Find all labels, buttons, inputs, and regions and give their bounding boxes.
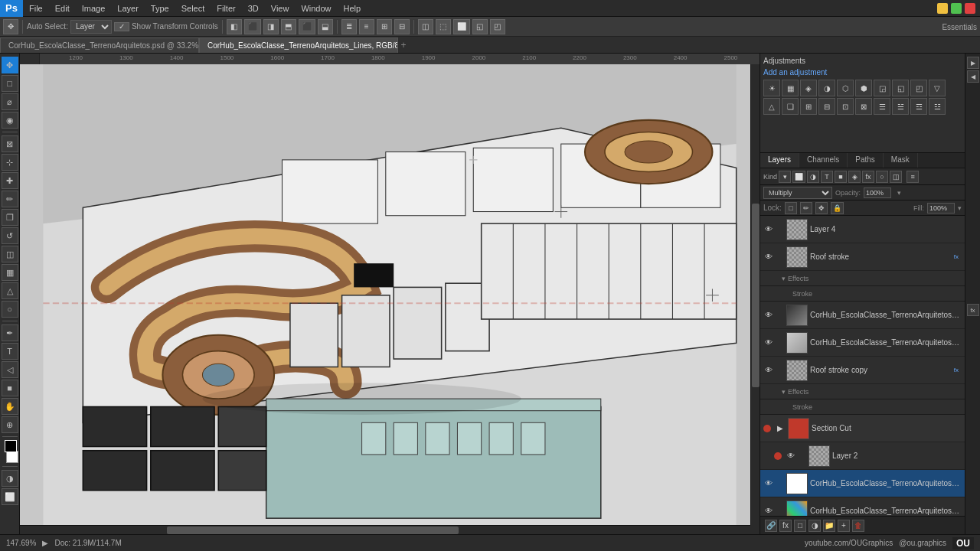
menu-image[interactable]: Image xyxy=(76,2,112,15)
invert-icon[interactable]: △ xyxy=(763,98,780,115)
effects-expand-2[interactable]: ▾ xyxy=(782,388,786,396)
tab-2[interactable]: CorHub_EscolaClasse_TerrenoArquitetos_Li… xyxy=(199,37,398,53)
new-group-btn[interactable]: 📁 xyxy=(823,520,835,532)
marquee-tool[interactable]: □ xyxy=(2,75,18,92)
horizontal-scroll-thumb[interactable] xyxy=(167,527,459,534)
layer-vis-render3d[interactable]: 👁 xyxy=(763,506,774,517)
vertical-scrollbar[interactable] xyxy=(750,64,760,525)
mask-tab[interactable]: Mask xyxy=(884,153,918,168)
filter-kind-dropdown[interactable]: ▾ xyxy=(779,171,791,183)
layer-vis-roof-stroke[interactable]: 👁 xyxy=(763,252,774,262)
path-tool[interactable]: ◁ xyxy=(2,361,18,378)
quick-select-tool[interactable]: ◉ xyxy=(2,112,18,129)
pattern-fill-icon[interactable]: ☱ xyxy=(892,98,909,115)
distribute-v[interactable]: ≡ xyxy=(359,19,374,34)
posterize-icon[interactable]: ❑ xyxy=(782,98,799,115)
black-white-icon[interactable]: ◱ xyxy=(892,80,909,96)
fill-input[interactable] xyxy=(927,203,955,214)
menu-view[interactable]: View xyxy=(265,2,296,15)
curves-icon[interactable]: ◈ xyxy=(800,80,817,96)
eyedropper-tool[interactable]: ⊹ xyxy=(2,154,18,171)
color-lookup-icon[interactable]: ☲ xyxy=(910,98,927,115)
align-bottom[interactable]: ⬓ xyxy=(318,19,333,34)
close-button[interactable] xyxy=(965,3,975,14)
link-layers-btn[interactable]: 🔗 xyxy=(765,520,777,532)
solid-color-icon[interactable]: ⊠ xyxy=(855,98,872,115)
channels-tab[interactable]: Channels xyxy=(799,153,848,168)
layer-options[interactable]: ≡ xyxy=(906,171,919,183)
eraser-tool[interactable]: ◫ xyxy=(2,246,18,262)
exposure-icon[interactable]: ◑ xyxy=(818,80,835,96)
shape-tool[interactable]: ■ xyxy=(2,380,18,396)
lock-image[interactable]: ✏ xyxy=(800,202,812,214)
vertical-scroll-thumb[interactable] xyxy=(752,204,760,388)
threshold-icon[interactable]: ⊞ xyxy=(800,98,817,115)
layer-item-section-cut[interactable]: ▶ Section Cut xyxy=(760,415,965,442)
layer-item-roof-shadow[interactable]: 👁 CorHub_EscolaClasse_TerrenoArquitetos_… xyxy=(760,302,965,329)
menu-select[interactable]: Select xyxy=(175,2,211,15)
layer-vis-section-cut[interactable]: ▶ xyxy=(775,423,786,434)
layer-item-render3d[interactable]: 👁 CorHub_EscolaClasse_TerrenoArquitetos_… xyxy=(760,497,965,516)
lock-all[interactable]: 🔒 xyxy=(831,202,844,214)
3d-mode5[interactable]: ◰ xyxy=(490,19,505,34)
move-tool[interactable]: ✥ xyxy=(3,19,18,34)
align-right[interactable]: ◨ xyxy=(263,19,279,34)
menu-help[interactable]: Help xyxy=(338,2,368,15)
layer-vis-layer2[interactable]: 👁 xyxy=(786,451,796,461)
menu-window[interactable]: Window xyxy=(295,2,337,15)
hue-sat-icon[interactable]: ⬢ xyxy=(855,80,872,96)
add-mask-btn[interactable]: □ xyxy=(794,520,806,532)
layer-vis-roof[interactable]: 👁 xyxy=(763,337,774,348)
layers-tab[interactable]: Layers xyxy=(760,153,799,168)
quick-mask[interactable]: ◑ xyxy=(2,470,18,487)
layer-item-roof-stroke-copy[interactable]: 👁 Roof stroke copy fx xyxy=(760,357,965,384)
history-brush[interactable]: ↺ xyxy=(2,227,18,244)
screen-mode[interactable]: ⬜ xyxy=(2,488,18,505)
smart-filter[interactable]: ◈ xyxy=(848,171,861,183)
blur-tool[interactable]: △ xyxy=(2,282,18,299)
hand-tool[interactable]: ✋ xyxy=(2,398,18,415)
layer-item-layer4[interactable]: 👁 Layer 4 xyxy=(760,216,965,243)
lock-transparent[interactable]: □ xyxy=(785,202,797,214)
distribute-h[interactable]: ≣ xyxy=(341,19,357,34)
adjustment-filter[interactable]: ◑ xyxy=(807,171,819,183)
zoom-tool[interactable]: ⊕ xyxy=(2,416,18,433)
nav-icon[interactable]: ▶ xyxy=(42,539,48,547)
new-layer-btn[interactable]: + xyxy=(838,520,850,532)
tab-1[interactable]: CorHub_EscolaClasse_TerrenoArquitetos.ps… xyxy=(0,37,199,53)
layer-item-roof[interactable]: 👁 CorHub_EscolaClasse_TerrenoArquitetos_… xyxy=(760,329,965,357)
menu-layer[interactable]: Layer xyxy=(111,2,145,15)
dodge-tool[interactable]: ○ xyxy=(2,301,18,318)
maximize-button[interactable] xyxy=(951,3,962,14)
align-top[interactable]: ⬒ xyxy=(281,19,296,34)
collapse-btn[interactable]: ◀ xyxy=(967,70,979,83)
heal-tool[interactable]: ✚ xyxy=(2,172,18,189)
opacity-input[interactable] xyxy=(864,187,891,198)
background-color[interactable] xyxy=(6,451,18,463)
levels-icon[interactable]: ▦ xyxy=(782,80,799,96)
color-balance-icon[interactable]: ◲ xyxy=(874,80,890,96)
paths-tab[interactable]: Paths xyxy=(848,153,884,168)
foreground-color[interactable] xyxy=(5,440,17,452)
canvas-area[interactable] xyxy=(20,64,760,534)
menu-edit[interactable]: Edit xyxy=(49,2,76,15)
auto-select-dropdown[interactable]: Layer Group xyxy=(70,20,112,34)
selective-color-icon[interactable]: ⊟ xyxy=(818,98,835,115)
new-tab-button[interactable]: + xyxy=(398,37,409,53)
add-style[interactable]: fx xyxy=(862,171,874,183)
smart-filter2[interactable]: ◫ xyxy=(890,171,902,183)
gradient-map-icon[interactable]: ⊡ xyxy=(837,98,854,115)
3d-mode3[interactable]: ⬜ xyxy=(453,19,470,34)
align-center-h[interactable]: ⬛ xyxy=(244,19,261,34)
menu-file[interactable]: File xyxy=(23,2,49,15)
layer-vis-roof-stroke-copy[interactable]: 👁 xyxy=(763,365,774,376)
layer-vis-roof-shadow[interactable]: 👁 xyxy=(763,310,774,321)
3d-mode2[interactable]: ⬚ xyxy=(436,19,451,34)
pixel-filter[interactable]: ⬜ xyxy=(792,171,805,183)
add-adjustment-link[interactable]: Add an adjustment xyxy=(763,68,962,77)
shadow-highlight-icon[interactable]: ☳ xyxy=(929,98,946,115)
transform-checkbox[interactable]: ✓ xyxy=(114,22,129,31)
shape-filter[interactable]: ■ xyxy=(835,171,847,183)
strip-btn-1[interactable]: fx xyxy=(967,304,979,316)
move-tool-btn[interactable]: ✥ xyxy=(2,57,18,73)
